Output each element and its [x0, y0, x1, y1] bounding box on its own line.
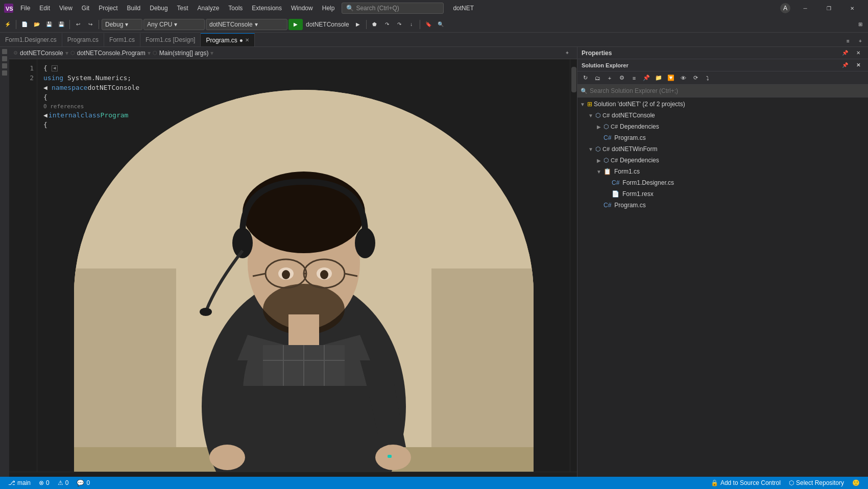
menu-debug[interactable]: Debug: [146, 3, 172, 14]
tree-item-dotNETWinForm[interactable]: ▼ ⬡ C# dotNETWinForm: [577, 143, 868, 155]
properties-pin-button[interactable]: 📌: [839, 47, 851, 59]
attach-debugger-button[interactable]: ▶: [352, 19, 364, 30]
tab-close-button[interactable]: ✕: [245, 37, 249, 43]
tree-item-program-winform[interactable]: C# Program.cs: [577, 200, 868, 211]
menu-help[interactable]: Help: [318, 3, 339, 14]
select-repository-button[interactable]: ⬡ Select Repository: [785, 477, 848, 489]
close-button[interactable]: ✕: [840, 0, 864, 16]
path-namespace-icon: ⬡: [70, 50, 75, 56]
se-refresh-button[interactable]: ⟳: [690, 72, 701, 84]
messages-status[interactable]: 💬 0: [73, 477, 94, 489]
code-content[interactable]: { ◀ using System.Numerics; ◀ namespace d…: [37, 59, 570, 472]
tree-item-form1[interactable]: ▼ 📋 Form1.cs: [577, 166, 868, 177]
tree-item-program-console[interactable]: C# Program.cs: [577, 132, 868, 143]
tab-form1-designer[interactable]: Form1.Designer.cs: [0, 33, 62, 46]
toolbar-find[interactable]: 🔍: [435, 19, 446, 30]
toolbar-breakpoints[interactable]: ⬟: [369, 19, 380, 30]
se-collapse-button[interactable]: ⤵: [702, 72, 713, 84]
properties-close-button[interactable]: ✕: [853, 47, 864, 59]
se-search-input[interactable]: [577, 85, 868, 97]
tab-form1-design[interactable]: Form1.cs [Design]: [140, 33, 201, 46]
path-project[interactable]: dotNETConsole: [20, 50, 63, 57]
lock-icon: 🔒: [711, 479, 718, 486]
menu-tools[interactable]: Tools: [224, 3, 247, 14]
restore-button[interactable]: ❐: [817, 0, 840, 16]
toolbar-save-all[interactable]: 💾: [56, 19, 67, 30]
startup-project-dropdown[interactable]: dotNETConsole ▾: [206, 19, 287, 30]
activity-item-2[interactable]: [2, 56, 7, 61]
menu-edit[interactable]: Edit: [35, 3, 54, 14]
se-pin2-button[interactable]: 📌: [641, 72, 652, 84]
se-show-files-button[interactable]: 🗂: [592, 72, 603, 84]
feedback-button[interactable]: 🙂: [848, 477, 864, 489]
toolbar-bookmark[interactable]: 🔖: [423, 19, 434, 30]
toolbar-layout[interactable]: ⊞: [855, 19, 866, 30]
menu-analyze[interactable]: Analyze: [194, 3, 224, 14]
se-properties-button[interactable]: ⚙: [616, 72, 628, 84]
tree-item-form1-resx[interactable]: 📄 Form1.resx: [577, 188, 868, 200]
path-method[interactable]: Main(string[] args): [159, 50, 209, 57]
se-pin-button[interactable]: 📌: [839, 60, 851, 71]
menu-project[interactable]: Project: [94, 3, 122, 14]
tree-item-dotNETConsole[interactable]: ▼ ⬡ C# dotNETConsole: [577, 110, 868, 121]
toolbar-step-into[interactable]: ↓: [406, 19, 417, 30]
se-new-solution-button[interactable]: +: [604, 72, 615, 84]
user-avatar[interactable]: A: [780, 3, 790, 13]
se-filter-button[interactable]: 🔽: [665, 72, 677, 84]
tree-item-deps-console[interactable]: ▶ ⬡ C# Dependencies: [577, 121, 868, 132]
toolbar-new-file[interactable]: 📄: [19, 19, 30, 30]
toolbar-save[interactable]: 💾: [43, 19, 55, 30]
se-tree[interactable]: ▼ ⊞ Solution 'dotNET' (2 of 2 projects) …: [577, 97, 868, 477]
tab-program-cs-1[interactable]: Program.cs: [62, 33, 104, 46]
tab-form1[interactable]: Form1.cs: [104, 33, 140, 46]
tree-item-solution[interactable]: ▼ ⊞ Solution 'dotNET' (2 of 2 projects): [577, 99, 868, 110]
tree-item-deps-winform[interactable]: ▶ ⬡ C# Dependencies: [577, 155, 868, 166]
se-sync-button[interactable]: ↻: [580, 72, 591, 84]
menu-build[interactable]: Build: [123, 3, 145, 14]
toolbar-open-file[interactable]: 📂: [31, 19, 42, 30]
toolbar-step-over[interactable]: ↷: [394, 19, 405, 30]
code-lens-button[interactable]: +: [562, 47, 573, 59]
tree-item-form1-designer[interactable]: C# Form1.Designer.cs: [577, 177, 868, 188]
debug-config-dropdown[interactable]: Debug ▾: [102, 19, 142, 30]
cs-badge-deps-wf: C#: [611, 157, 618, 163]
startup-project-arrow: ▾: [255, 21, 258, 28]
menu-git[interactable]: Git: [78, 3, 93, 14]
menu-window[interactable]: Window: [287, 3, 317, 14]
toolbar-undo[interactable]: ↩: [73, 19, 84, 30]
menu-test[interactable]: Test: [173, 3, 192, 14]
editor-area: ⚙ dotNETConsole ▾ ⬡ dotNETConsole.Progra…: [9, 47, 577, 477]
code-editor[interactable]: 1 2: [9, 59, 577, 472]
se-more-button[interactable]: ≡: [629, 72, 640, 84]
se-preview-button[interactable]: 👁: [678, 72, 689, 84]
tab-list-button[interactable]: ≡: [842, 35, 854, 46]
path-namespace[interactable]: dotNETConsole.Program: [77, 50, 146, 57]
warnings-status[interactable]: ⚠ 0: [54, 477, 73, 489]
search-box[interactable]: 🔍 Search (Ctrl+Q): [342, 3, 444, 14]
git-branch-status[interactable]: ⎇ main: [4, 477, 35, 489]
activity-item-4[interactable]: [2, 70, 7, 76]
errors-status[interactable]: ⊗ 0: [35, 477, 54, 489]
activity-item-3[interactable]: [2, 63, 7, 68]
toolbar-recent-projects[interactable]: ⚡: [2, 19, 13, 30]
tab-new-button[interactable]: +: [855, 35, 866, 46]
expand-icon-1[interactable]: ◀: [52, 65, 58, 71]
se-all-files-button[interactable]: 📁: [653, 72, 664, 84]
toolbar-step[interactable]: ↷: [381, 19, 393, 30]
se-close-button[interactable]: ✕: [853, 60, 864, 71]
toolbar-redo[interactable]: ↪: [85, 19, 96, 30]
platform-dropdown[interactable]: Any CPU ▾: [143, 19, 205, 30]
menu-view[interactable]: View: [55, 3, 77, 14]
start-button[interactable]: ▶: [288, 19, 303, 30]
activity-item-1[interactable]: [2, 49, 7, 54]
platform-label: Any CPU: [147, 21, 172, 28]
toolbar-separator-1: [16, 20, 16, 29]
minimize-button[interactable]: ─: [793, 0, 817, 16]
menu-extensions[interactable]: Extensions: [248, 3, 286, 14]
editor-scrollbar[interactable]: [570, 59, 577, 472]
add-source-control-button[interactable]: 🔒 Add to Source Control: [707, 477, 785, 489]
scrollbar-thumb[interactable]: [571, 67, 576, 92]
menu-file[interactable]: File: [16, 3, 34, 14]
tab-program-cs-active[interactable]: Program.cs ● ✕: [201, 33, 255, 46]
horizontal-scrollbar[interactable]: [9, 472, 577, 477]
